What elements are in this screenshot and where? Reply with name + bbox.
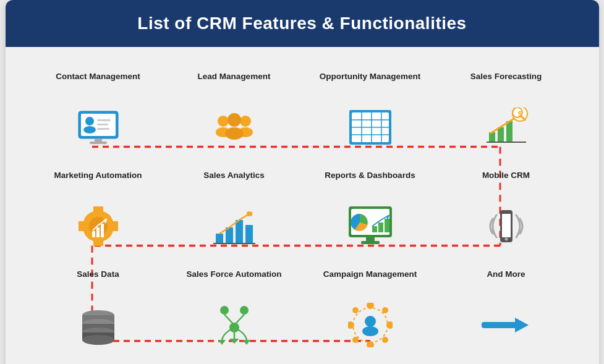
opportunity-management-label: Opportunity Management: [320, 72, 421, 94]
svg-marker-90: [515, 318, 529, 332]
svg-rect-30: [506, 121, 513, 142]
svg-rect-28: [489, 132, 495, 142]
opportunity-management-icon: [346, 103, 395, 152]
svg-rect-10: [97, 124, 108, 125]
svg-point-14: [218, 116, 229, 127]
svg-marker-76: [218, 340, 226, 345]
svg-point-83: [382, 337, 388, 343]
content-area: Contact Management: [6, 47, 599, 364]
svg-point-85: [352, 307, 359, 313]
sales-force-automation-label: Sales Force Automation: [186, 269, 281, 292]
svg-point-87: [365, 316, 376, 327]
svg-marker-75: [229, 339, 239, 344]
svg-rect-43: [216, 234, 223, 243]
feature-sales-forecasting: Sales Forecasting $: [438, 66, 574, 164]
svg-rect-12: [95, 138, 102, 142]
svg-rect-54: [378, 222, 383, 232]
svg-rect-57: [366, 237, 375, 241]
page-header: List of CRM Features & Functionalities: [6, 0, 599, 47]
reports-dashboards-icon: [346, 201, 395, 251]
svg-rect-55: [385, 219, 389, 232]
marketing-automation-label: Marketing Automation: [54, 171, 142, 193]
mobile-crm-label: Mobile CRM: [482, 171, 530, 193]
main-card: List of CRM Features & Functionalities: [6, 0, 599, 364]
svg-point-18: [228, 113, 241, 127]
svg-point-69: [220, 306, 229, 315]
sales-analytics-icon: [210, 201, 259, 251]
svg-rect-53: [372, 226, 377, 232]
sales-forecasting-icon: $: [482, 103, 531, 152]
feature-marketing-automation: Marketing Automation: [30, 164, 166, 263]
svg-point-8: [83, 126, 96, 133]
lead-management-label: Lead Management: [198, 72, 271, 94]
sales-data-label: Sales Data: [77, 269, 119, 292]
feature-sales-force-automation: Sales Force Automation: [166, 263, 302, 362]
feature-sales-data: Sales Data: [30, 263, 166, 362]
sales-force-automation-icon: [210, 300, 259, 350]
lead-management-icon: [210, 103, 259, 152]
svg-rect-39: [92, 231, 95, 237]
sales-forecasting-label: Sales Forecasting: [470, 72, 542, 94]
svg-point-61: [504, 238, 508, 241]
svg-point-16: [240, 116, 251, 127]
svg-point-19: [225, 127, 244, 140]
feature-sales-analytics: Sales Analytics: [166, 164, 302, 263]
feature-and-more: And More: [438, 263, 574, 362]
svg-rect-41: [101, 224, 104, 237]
svg-rect-11: [97, 128, 109, 130]
svg-rect-45: [236, 220, 243, 243]
feature-reports-dashboards: Reports & Dashboards: [302, 164, 438, 263]
marketing-automation-icon: [74, 201, 123, 251]
feature-contact-management: Contact Management: [30, 66, 166, 164]
svg-rect-13: [90, 142, 107, 144]
svg-point-88: [362, 326, 378, 336]
reports-dashboards-label: Reports & Dashboards: [325, 171, 415, 193]
campaign-management-icon: [346, 300, 395, 350]
svg-point-70: [240, 306, 249, 315]
and-more-label: And More: [487, 269, 525, 292]
features-grid: Contact Management: [30, 66, 574, 362]
svg-rect-29: [498, 127, 504, 142]
svg-point-68: [82, 335, 114, 345]
sales-analytics-label: Sales Analytics: [203, 171, 265, 193]
svg-rect-46: [245, 225, 253, 243]
sales-data-icon: [74, 300, 123, 350]
contact-management-label: Contact Management: [56, 72, 140, 94]
and-more-icon: [482, 300, 531, 350]
svg-rect-60: [502, 214, 511, 237]
svg-rect-9: [97, 119, 111, 121]
svg-point-7: [85, 117, 94, 125]
svg-rect-40: [96, 227, 100, 237]
campaign-management-label: Campaign Management: [323, 269, 417, 292]
mobile-crm-icon: [482, 201, 531, 251]
feature-mobile-crm: Mobile CRM: [438, 164, 574, 263]
contact-management-icon: [74, 103, 123, 152]
svg-rect-58: [361, 241, 380, 244]
feature-lead-management: Lead Management: [166, 66, 302, 164]
feature-campaign-management: Campaign Management: [302, 263, 438, 362]
svg-marker-77: [243, 340, 250, 345]
page-title: List of CRM Features & Functionalities: [24, 14, 581, 33]
feature-opportunity-management: Opportunity Management: [302, 66, 438, 164]
